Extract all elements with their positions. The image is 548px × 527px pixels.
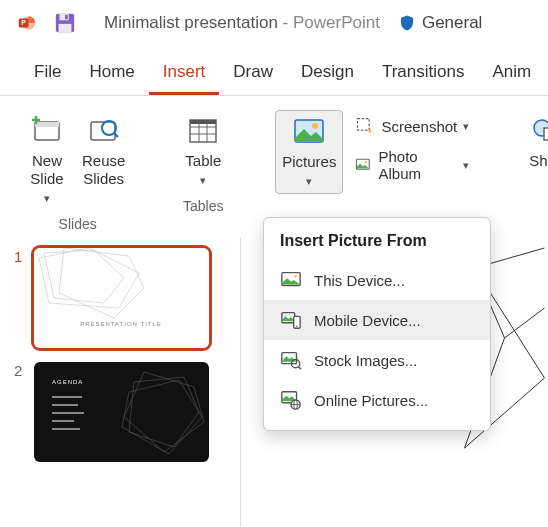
chevron-down-icon: ▾ [463,159,469,172]
svg-point-19 [312,123,318,129]
shapes-icon [530,114,548,148]
new-slide-icon [30,114,64,148]
thumbnail-number: 2 [14,362,26,462]
svg-rect-5 [59,24,72,32]
shield-icon [398,14,416,32]
app-name-text: PowerPoint [293,13,380,32]
svg-rect-48 [282,313,295,323]
tab-design[interactable]: Design [287,54,368,95]
title-separator: - [278,13,293,32]
shapes-button[interactable]: Shap [523,110,548,174]
tab-insert[interactable]: Insert [149,54,220,95]
sensitivity-text: General [422,13,482,33]
svg-line-42 [505,308,545,338]
photo-album-icon [355,155,372,175]
svg-line-53 [298,366,301,369]
svg-rect-26 [34,248,209,348]
photo-album-label: Photo Album [379,148,452,182]
tables-group-label: Tables [183,198,223,214]
new-slide-label: New Slide ▾ [30,152,64,206]
table-label: Table▾ [185,152,221,188]
doc-title-text: Minimalist presentation [104,13,278,32]
svg-rect-36 [52,428,80,430]
tab-animations[interactable]: Anim [478,54,545,95]
dropdown-item-label: This Device... [314,272,405,289]
svg-rect-33 [52,404,78,406]
pictures-button[interactable]: Pictures▾ [275,110,343,194]
reuse-slides-icon [87,114,121,148]
dropdown-item-label: Mobile Device... [314,312,421,329]
pictures-icon [292,115,326,149]
insert-picture-dropdown: Insert Picture From This Device... Mobil… [263,217,491,431]
dropdown-item-label: Online Pictures... [314,392,428,409]
reuse-slides-button[interactable]: Reuse Slides [76,110,131,192]
table-button[interactable]: Table▾ [179,110,227,192]
svg-point-23 [365,161,367,163]
dropdown-item-stock-images[interactable]: Stock Images... [264,340,490,380]
slide-thumbnail-2[interactable]: AGENDA [34,362,209,462]
photo-album-button[interactable]: Photo Album ▾ [349,144,475,186]
powerpoint-app-icon: P [18,14,36,32]
tab-transitions[interactable]: Transitions [368,54,479,95]
dropdown-item-this-device[interactable]: This Device... [264,260,490,300]
slides-group-label: Slides [59,216,97,232]
chevron-down-icon: ▾ [200,174,206,186]
table-icon [186,114,220,148]
new-slide-button[interactable]: New Slide ▾ [24,110,70,210]
svg-rect-17 [190,120,216,124]
svg-text:AGENDA: AGENDA [52,379,83,385]
ribbon-group-slides: New Slide ▾ Reuse Slides Slides [14,106,141,238]
dropdown-header: Insert Picture From [264,228,490,260]
save-icon[interactable] [54,12,76,34]
sensitivity-label[interactable]: General [398,13,482,33]
online-pictures-icon [280,389,302,411]
title-bar: P Minimalist presentation - PowerPoint G… [0,0,548,46]
svg-rect-25 [544,128,548,140]
dropdown-item-mobile-device[interactable]: Mobile Device... [264,300,490,340]
svg-point-50 [296,326,297,327]
tab-home[interactable]: Home [75,54,148,95]
thumb-title-1: PRESENTATION TITLE [80,321,162,327]
device-icon [280,269,302,291]
chevron-down-icon: ▾ [463,120,469,133]
shapes-label: Shap [529,152,548,170]
svg-rect-35 [52,420,74,422]
chevron-down-icon: ▾ [306,175,312,187]
document-title: Minimalist presentation - PowerPoint [104,13,380,33]
screenshot-button[interactable]: Screenshot ▾ [349,112,475,140]
mobile-icon [280,309,302,331]
svg-point-47 [294,275,297,278]
chevron-down-icon: ▾ [44,192,50,204]
svg-text:P: P [21,19,26,26]
tab-file[interactable]: File [20,54,75,95]
stock-images-icon [280,349,302,371]
screenshot-icon [355,116,375,136]
screenshot-label: Screenshot [381,118,457,135]
ribbon-group-tables: Table▾ Tables [169,106,237,238]
svg-rect-34 [52,412,84,414]
thumbnail-pane: 1 PRESENTATION TITLE 2 AGENDA [0,238,240,527]
svg-point-21 [369,129,372,132]
thumbnail-row: 2 AGENDA [14,362,226,462]
svg-rect-51 [282,353,297,364]
ribbon-tabs: File Home Insert Draw Design Transitions… [0,46,548,96]
svg-rect-6 [65,15,68,20]
ribbon-group-illustrations: Shap [513,106,548,238]
dropdown-item-online-pictures[interactable]: Online Pictures... [264,380,490,420]
thumbnail-number: 1 [14,248,26,348]
svg-point-10 [102,121,116,135]
svg-rect-8 [35,122,59,127]
tab-draw[interactable]: Draw [219,54,287,95]
reuse-slides-label: Reuse Slides [82,152,125,188]
thumbnail-row: 1 PRESENTATION TITLE [14,248,226,348]
pictures-label: Pictures▾ [282,153,336,189]
slide-thumbnail-1[interactable]: PRESENTATION TITLE [34,248,209,348]
svg-rect-32 [52,396,82,398]
dropdown-item-label: Stock Images... [314,352,417,369]
svg-rect-20 [358,119,370,131]
